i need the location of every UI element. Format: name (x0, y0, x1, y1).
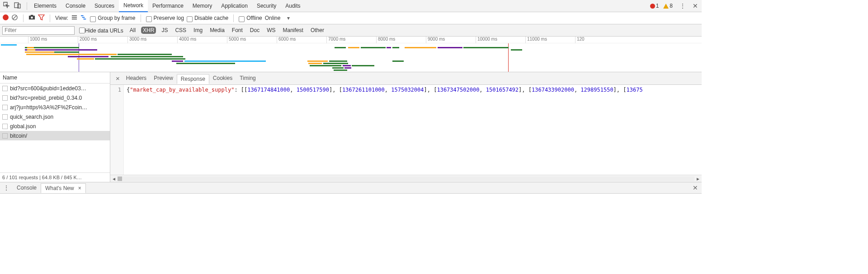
large-rows-icon[interactable] (71, 14, 78, 22)
tab-application[interactable]: Application (217, 0, 252, 12)
file-icon (2, 124, 8, 129)
request-row[interactable]: global.json (0, 121, 110, 131)
tab-network[interactable]: Network (119, 0, 148, 12)
detail-tab-response[interactable]: Response (177, 74, 209, 84)
request-name: bid?src=600&pubid=1edde03… (10, 85, 86, 92)
filter-toggle-icon[interactable] (38, 14, 45, 22)
detail-tab-timing[interactable]: Timing (236, 74, 259, 84)
tab-audits[interactable]: Audits (281, 0, 305, 12)
request-list-header[interactable]: Name (0, 72, 110, 84)
filter-type-other[interactable]: Other (309, 27, 326, 34)
request-row[interactable]: arj?ju=https%3A%2F%2Fcoin… (0, 102, 110, 112)
request-row[interactable]: bid?src=600&pubid=1edde03… (0, 84, 110, 93)
tab-performance[interactable]: Performance (148, 0, 188, 12)
request-row[interactable]: bitcoin/ (0, 131, 110, 140)
drawer-tab-console[interactable]: Console (13, 183, 41, 193)
timeline-tick: 1000 ms (28, 37, 47, 43)
close-tab-icon[interactable]: × (78, 185, 81, 191)
drawer-tabbar: ⋮ ConsoleWhat's New× ✕ (0, 182, 702, 194)
network-timeline[interactable]: 1000 ms2000 ms3000 ms4000 ms5000 ms6000 … (0, 37, 702, 72)
kebab-menu-icon[interactable]: ⋮ (676, 2, 689, 9)
drawer-tab-what-s-new[interactable]: What's New× (41, 183, 86, 193)
timeline-tick: 10000 ms (476, 37, 497, 43)
warning-count[interactable]: 8 (663, 3, 673, 9)
request-name: global.json (10, 123, 36, 130)
filter-input[interactable] (2, 26, 75, 35)
scroll-left-arrow-icon[interactable]: ◂ (110, 176, 118, 182)
view-label: View: (55, 15, 68, 21)
svg-point-6 (31, 17, 33, 19)
filter-type-ws[interactable]: WS (265, 27, 277, 34)
disable-cache-checkbox[interactable]: Disable cache (187, 15, 228, 21)
tab-sources[interactable]: Sources (90, 0, 119, 12)
request-list-pane: Name bid?src=600&pubid=1edde03…bid?src=p… (0, 72, 110, 182)
file-icon (2, 95, 8, 101)
filter-type-css[interactable]: CSS (173, 27, 188, 34)
preserve-log-checkbox[interactable]: Preserve log (146, 15, 184, 21)
drawer-body (0, 194, 702, 222)
timeline-tick: 9000 ms (426, 37, 445, 43)
scroll-right-arrow-icon[interactable]: ▸ (694, 176, 702, 182)
tab-console[interactable]: Console (61, 0, 90, 12)
request-name: bitcoin/ (10, 133, 27, 139)
timeline-tick: 2000 ms (78, 37, 97, 43)
filter-type-media[interactable]: Media (208, 27, 226, 34)
chevron-down-icon: ▾ (287, 15, 290, 21)
capture-screenshots-icon[interactable] (28, 14, 35, 22)
divider (27, 2, 27, 10)
filter-type-xhr[interactable]: XHR (141, 27, 156, 34)
filter-type-img[interactable]: Img (192, 27, 204, 34)
offline-checkbox[interactable]: Offline (239, 15, 262, 21)
timeline-tick: 8000 ms (376, 37, 395, 43)
file-icon (2, 133, 8, 139)
inspect-icon[interactable] (3, 2, 10, 10)
timeline-tick: 11000 ms (525, 37, 547, 43)
record-button[interactable] (3, 14, 9, 22)
drawer-menu-icon[interactable]: ⋮ (0, 184, 13, 191)
network-filterbar: Hide data URLs AllXHRJSCSSImgMediaFontDo… (0, 24, 702, 37)
filter-type-all[interactable]: All (128, 27, 137, 34)
tab-security[interactable]: Security (252, 0, 281, 12)
filter-type-font[interactable]: Font (230, 27, 245, 34)
horizontal-scrollbar[interactable]: ◂ ▸ (110, 175, 702, 182)
response-body[interactable]: 1 {"market_cap_by_available_supply": [[1… (110, 85, 702, 175)
timeline-tick: 6000 ms (277, 37, 296, 43)
hide-data-urls-checkbox[interactable]: Hide data URLs (79, 27, 123, 34)
request-row[interactable]: bid?src=prebid_prebid_0.34.0 (0, 93, 110, 102)
detail-tab-preview[interactable]: Preview (150, 74, 177, 84)
request-name: bid?src=prebid_prebid_0.34.0 (10, 95, 82, 101)
detail-tab-headers[interactable]: Headers (123, 74, 150, 84)
timeline-tick: 7000 ms (326, 37, 345, 43)
network-midsplit: Name bid?src=600&pubid=1edde03…bid?src=p… (0, 72, 702, 182)
tab-memory[interactable]: Memory (188, 0, 217, 12)
close-detail-icon[interactable]: × (113, 74, 123, 82)
throttling-select[interactable]: Online▾ (265, 15, 290, 21)
timeline-tick: 5000 ms (227, 37, 246, 43)
device-toggle-icon[interactable] (14, 2, 21, 10)
request-detail-pane: × HeadersPreviewResponseCookiesTiming 1 … (110, 72, 702, 182)
line-number: 1 (118, 87, 121, 93)
request-name: arj?ju=https%3A%2F%2Fcoin… (10, 104, 87, 111)
close-devtools-icon[interactable]: ✕ (689, 2, 702, 9)
tab-elements[interactable]: Elements (29, 0, 61, 12)
request-row[interactable]: quick_search.json (0, 112, 110, 121)
error-count[interactable]: 1 (650, 3, 659, 9)
close-drawer-icon[interactable]: ✕ (689, 184, 702, 191)
filter-type-manifest[interactable]: Manifest (281, 27, 305, 34)
request-name: quick_search.json (10, 114, 53, 120)
svg-rect-0 (14, 3, 19, 8)
request-status-bar: 6 / 101 requests | 64.8 KB / 845 K… (0, 172, 110, 182)
group-by-frame-checkbox[interactable]: Group by frame (90, 15, 135, 21)
file-icon (2, 114, 8, 120)
timeline-tick: 120 (575, 37, 585, 43)
file-icon (2, 105, 8, 110)
clear-button[interactable] (11, 14, 18, 22)
filter-type-doc[interactable]: Doc (248, 27, 261, 34)
filter-type-js[interactable]: JS (160, 27, 170, 34)
svg-rect-12 (84, 19, 86, 19)
network-toolbar: View: Group by frame Preserve log Disabl… (0, 12, 702, 24)
waterfall-view-icon[interactable] (80, 14, 87, 22)
svg-rect-5 (31, 15, 33, 16)
timeline-tick: 3000 ms (127, 37, 146, 43)
detail-tab-cookies[interactable]: Cookies (209, 74, 236, 84)
